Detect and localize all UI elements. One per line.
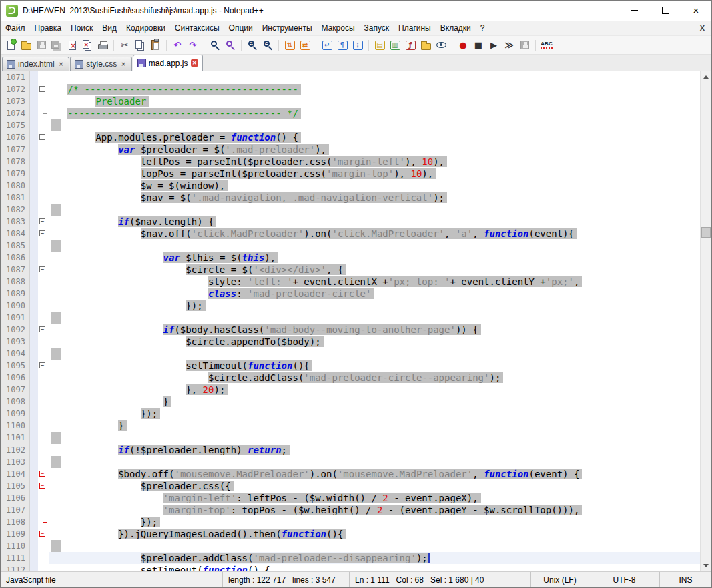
line-number[interactable]: 1085 (1, 240, 30, 252)
code-line[interactable]: 1073 Preloader (1, 95, 700, 107)
code-line[interactable]: 1086 var $this = $(this), (1, 252, 700, 264)
code-line[interactable]: 1085 (1, 240, 700, 252)
bookmark-margin[interactable] (30, 384, 38, 396)
save-recorded-macro-icon[interactable] (517, 38, 532, 53)
bookmark-margin[interactable] (30, 336, 38, 348)
bookmark-margin[interactable] (30, 143, 38, 156)
code-line[interactable]: 1093 $circle.appendTo($body); (1, 336, 700, 348)
line-number[interactable]: 1104 (1, 468, 30, 480)
line-number[interactable]: 1082 (1, 204, 30, 216)
menu-macro[interactable]: Макросы (317, 21, 360, 35)
tab-style-css[interactable]: style.css× (70, 57, 132, 71)
fold-margin[interactable] (38, 264, 49, 276)
code-line[interactable]: 1089 class: 'mad-preloader-circle' (1, 288, 700, 300)
bookmark-margin[interactable] (30, 119, 38, 131)
fold-margin[interactable] (38, 360, 49, 372)
tab-index-html[interactable]: index.html× (2, 57, 69, 71)
tab-close-icon[interactable]: × (119, 61, 127, 68)
status-length-lines[interactable]: length : 122 717 lines : 3 547 (223, 572, 350, 587)
bookmark-margin[interactable] (30, 528, 38, 540)
bookmark-margin[interactable] (30, 192, 38, 204)
code-line[interactable]: 1110 (1, 540, 700, 552)
fold-margin[interactable] (38, 228, 49, 240)
fold-collapse-icon[interactable] (39, 230, 45, 236)
bookmark-margin[interactable] (30, 252, 38, 264)
line-number[interactable]: 1075 (1, 119, 30, 131)
playback-macro-icon[interactable]: ▶ (486, 38, 501, 53)
code-line[interactable]: 1098 } (1, 396, 700, 408)
bookmark-margin[interactable] (30, 480, 38, 492)
line-number[interactable]: 1110 (1, 540, 30, 552)
code-line[interactable]: 1087 $circle = $('<div></div>', { (1, 264, 700, 276)
bookmark-margin[interactable] (30, 420, 38, 432)
copy-icon[interactable] (133, 38, 147, 53)
bookmark-margin[interactable] (30, 504, 38, 516)
fold-collapse-icon[interactable] (39, 471, 45, 477)
bookmark-margin[interactable] (30, 348, 38, 360)
code-line[interactable]: 1099 }); (1, 408, 700, 420)
line-number[interactable]: 1088 (1, 276, 30, 288)
bookmark-margin[interactable] (30, 168, 38, 180)
code-line[interactable]: 1100 } (1, 420, 700, 432)
code-line[interactable]: 1104 $body.off('mousemove.MadPreloader')… (1, 468, 700, 480)
show-all-characters-icon[interactable]: ¶ (335, 38, 350, 53)
scroll-down-arrow-icon[interactable] (701, 560, 711, 571)
line-number[interactable]: 1105 (1, 480, 30, 492)
fold-collapse-icon[interactable] (39, 483, 45, 489)
fold-collapse-icon[interactable] (39, 218, 45, 224)
bookmark-margin[interactable] (30, 396, 38, 408)
code-line[interactable]: 1097 }, 20); (1, 384, 700, 396)
line-number[interactable]: 1109 (1, 528, 30, 540)
status-cursor-position[interactable]: Ln : 1 111 Col : 68 Sel : 1 680 | 40 (350, 572, 531, 587)
replace-icon[interactable] (223, 38, 238, 53)
bookmark-margin[interactable] (30, 456, 38, 468)
line-number[interactable]: 1097 (1, 384, 30, 396)
bookmark-margin[interactable] (30, 240, 38, 252)
print-icon[interactable] (95, 38, 110, 53)
fold-collapse-icon[interactable] (39, 326, 45, 332)
bookmark-margin[interactable] (30, 83, 38, 95)
vertical-scrollbar[interactable] (700, 71, 711, 571)
line-number[interactable]: 1106 (1, 492, 30, 504)
fold-margin[interactable] (38, 528, 49, 540)
fold-collapse-icon[interactable] (39, 362, 45, 368)
undo-icon[interactable]: ↶ (170, 38, 185, 53)
line-number[interactable]: 1086 (1, 252, 30, 264)
run-macro-multiple-times-icon[interactable]: ≫ (502, 38, 516, 53)
menu-run[interactable]: Запуск (360, 21, 394, 35)
menu-tabs[interactable]: Вкладки (436, 21, 476, 35)
code-line[interactable]: 1105 $preloader.css({ (1, 480, 700, 492)
status-eol-format[interactable]: Unix (LF) (531, 572, 589, 587)
bookmark-margin[interactable] (30, 324, 38, 336)
code-line[interactable]: 1108 }); (1, 516, 700, 528)
line-number[interactable]: 1100 (1, 420, 30, 432)
code-line[interactable]: 1079 topPos = parseInt($preloader.css('m… (1, 168, 700, 180)
code-line[interactable]: 1112 setTimeout(function() { (1, 564, 700, 571)
spell-check-icon[interactable]: ABC (539, 38, 554, 53)
tab-mad-app-js[interactable]: mad.app.js× (133, 55, 203, 71)
bookmark-margin[interactable] (30, 516, 38, 528)
bookmark-margin[interactable] (30, 408, 38, 420)
menu-help[interactable]: ? (476, 21, 490, 35)
stop-recording-icon[interactable]: ■ (471, 38, 486, 53)
bookmark-margin[interactable] (30, 264, 38, 276)
bookmark-margin[interactable] (30, 432, 38, 444)
bookmark-margin[interactable] (30, 300, 38, 312)
code-line[interactable]: 1091 (1, 312, 700, 324)
fold-collapse-icon[interactable] (39, 531, 45, 537)
line-number[interactable]: 1112 (1, 564, 30, 571)
code-line[interactable]: 1071 (1, 71, 700, 83)
tab-close-icon[interactable]: × (57, 61, 65, 68)
fold-margin[interactable] (38, 468, 49, 480)
close-all-icon[interactable] (80, 38, 95, 53)
code-line[interactable]: 1080 $w = $(window), (1, 180, 700, 192)
line-number[interactable]: 1089 (1, 288, 30, 300)
fold-margin[interactable] (38, 480, 49, 492)
line-number[interactable]: 1084 (1, 228, 30, 240)
bookmark-margin[interactable] (30, 71, 38, 83)
cut-icon[interactable]: ✂ (117, 38, 132, 53)
code-line[interactable]: 1074 -----------------------------------… (1, 107, 700, 119)
zoom-out-icon[interactable] (260, 38, 275, 53)
status-doc-type[interactable]: JavaScript file (1, 572, 223, 587)
close-icon[interactable] (65, 38, 79, 53)
